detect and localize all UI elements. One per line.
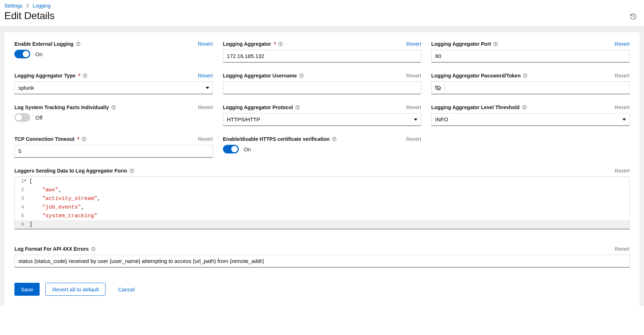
label-aggregator-type: Logging Aggregator Type* (14, 73, 88, 79)
label-aggregator-port: Logging Aggregator Port (431, 41, 498, 47)
svg-point-7 (85, 76, 85, 77)
svg-point-5 (496, 45, 496, 45)
label-aggregator-password: Logging Aggregator Password/Token (431, 73, 528, 79)
help-icon[interactable] (295, 105, 300, 110)
eye-slash-icon[interactable] (431, 81, 444, 94)
toggle-https-verify[interactable] (223, 145, 239, 153)
help-icon[interactable] (299, 73, 304, 78)
revert-aggregator-protocol: Revert (406, 104, 421, 110)
help-icon[interactable] (129, 168, 134, 173)
help-icon[interactable] (111, 105, 116, 110)
chevron-right-icon (26, 4, 29, 8)
label-https-verify: Enable/disable HTTPS certificate verific… (223, 136, 337, 142)
revert-tcp-timeout: Revert (198, 136, 213, 142)
revert-aggregator-username: Revert (406, 73, 421, 79)
help-icon[interactable] (522, 105, 527, 110)
help-icon[interactable] (493, 41, 498, 46)
help-icon[interactable] (76, 41, 81, 46)
help-icon[interactable] (81, 137, 86, 142)
revert-enable-external-logging[interactable]: Revert (198, 41, 213, 47)
toggle-state-text: Off (35, 115, 43, 121)
breadcrumb-settings-link[interactable]: Settings (4, 3, 23, 9)
form-card: Enable External Logging Revert On Loggin… (4, 32, 640, 306)
toggle-log-system-tracking[interactable] (14, 113, 30, 122)
svg-point-23 (131, 171, 132, 172)
field-tcp-timeout: TCP Connection Timeout* Revert (14, 136, 213, 158)
label-tcp-timeout: TCP Connection Timeout* (14, 136, 86, 142)
breadcrumb: Settings Logging (4, 3, 640, 9)
svg-point-19 (84, 140, 84, 140)
label-log-format-4xx: Log Format For API 4XX Errors (14, 246, 96, 252)
select-aggregator-protocol[interactable] (223, 113, 421, 126)
revert-all-button[interactable]: Revert all to default (45, 283, 106, 296)
save-button[interactable]: Save (14, 283, 40, 296)
label-aggregator-level: Logging Aggregator Level Threshold (431, 104, 527, 110)
help-icon[interactable] (332, 137, 337, 142)
page-header: Settings Logging Edit Details (0, 0, 644, 26)
svg-point-25 (93, 250, 94, 250)
code-line: 1[ (15, 177, 629, 186)
input-aggregator-port[interactable] (431, 50, 630, 63)
help-icon[interactable] (278, 41, 283, 46)
revert-aggregator[interactable]: Revert (406, 41, 421, 47)
history-icon[interactable] (630, 13, 637, 20)
field-aggregator: Logging Aggregator* Revert (223, 41, 421, 63)
label-loggers-sending: Loggers Sending Data to Log Aggregator F… (14, 168, 134, 174)
input-aggregator-password[interactable] (445, 81, 630, 94)
svg-point-11 (525, 76, 526, 77)
toggle-state-text: On (244, 146, 251, 152)
input-tcp-timeout[interactable] (14, 145, 213, 158)
field-aggregator-protocol: Logging Aggregator Protocol Revert (223, 104, 421, 126)
field-aggregator-type: Logging Aggregator Type* Revert (14, 73, 213, 94)
svg-point-9 (301, 76, 302, 77)
toggle-enable-external-logging[interactable] (14, 50, 30, 58)
code-line: 2 "awx", (15, 186, 629, 194)
field-aggregator-username: Logging Aggregator Username Revert (223, 73, 421, 94)
revert-https-verify: Revert (406, 136, 421, 142)
label-log-system-tracking: Log System Tracking Facts Individually (14, 104, 116, 110)
input-aggregator[interactable] (223, 50, 421, 63)
cancel-button[interactable]: Cancel (111, 283, 141, 296)
svg-point-17 (524, 108, 524, 108)
svg-point-21 (334, 140, 335, 140)
field-aggregator-password: Logging Aggregator Password/Token Revert (431, 73, 630, 94)
revert-aggregator-type[interactable]: Revert (198, 73, 213, 79)
field-https-verify: Enable/disable HTTPS certificate verific… (223, 136, 421, 158)
code-line: 6] (15, 220, 629, 229)
help-icon[interactable] (91, 246, 96, 251)
svg-point-15 (298, 108, 298, 108)
select-aggregator-type[interactable] (14, 81, 213, 94)
code-line: 5 "system_tracking" (15, 211, 629, 220)
field-aggregator-port: Logging Aggregator Port Revert (431, 41, 630, 63)
select-aggregator-level[interactable] (431, 113, 630, 126)
label-enable-external-logging: Enable External Logging (14, 41, 81, 47)
field-enable-external-logging: Enable External Logging Revert On (14, 41, 213, 63)
revert-log-system-tracking: Revert (198, 104, 213, 110)
code-line: 4 "job_events", (15, 203, 629, 211)
code-line: 3 "activity_stream", (15, 194, 629, 203)
toggle-state-text: On (35, 51, 43, 57)
help-icon[interactable] (523, 73, 528, 78)
svg-point-1 (78, 45, 79, 45)
field-log-system-tracking: Log System Tracking Facts Individually R… (14, 104, 213, 126)
revert-aggregator-password: Revert (615, 73, 630, 79)
label-aggregator-protocol: Logging Aggregator Protocol (223, 104, 300, 110)
revert-aggregator-port[interactable]: Revert (615, 41, 630, 47)
label-aggregator-username: Logging Aggregator Username (223, 73, 304, 79)
revert-aggregator-level: Revert (615, 104, 630, 110)
field-loggers-sending: Loggers Sending Data to Log Aggregator F… (14, 168, 630, 229)
revert-loggers-sending: Revert (615, 168, 630, 174)
help-icon[interactable] (82, 73, 88, 78)
breadcrumb-logging-link[interactable]: Logging (33, 3, 51, 9)
input-log-format-4xx[interactable] (14, 255, 630, 268)
label-aggregator: Logging Aggregator* (223, 41, 283, 47)
field-aggregator-level: Logging Aggregator Level Threshold Rever… (431, 104, 630, 126)
svg-point-3 (281, 45, 281, 45)
input-aggregator-username[interactable] (223, 81, 421, 94)
code-editor-loggers[interactable]: 1[2 "awx",3 "activity_stream",4 "job_eve… (14, 177, 630, 229)
revert-log-format-4xx: Revert (615, 246, 630, 252)
field-log-format-4xx: Log Format For API 4XX Errors Revert (14, 246, 630, 268)
page-title: Edit Details (4, 10, 640, 22)
empty-cell (431, 136, 630, 158)
svg-point-13 (113, 108, 114, 108)
